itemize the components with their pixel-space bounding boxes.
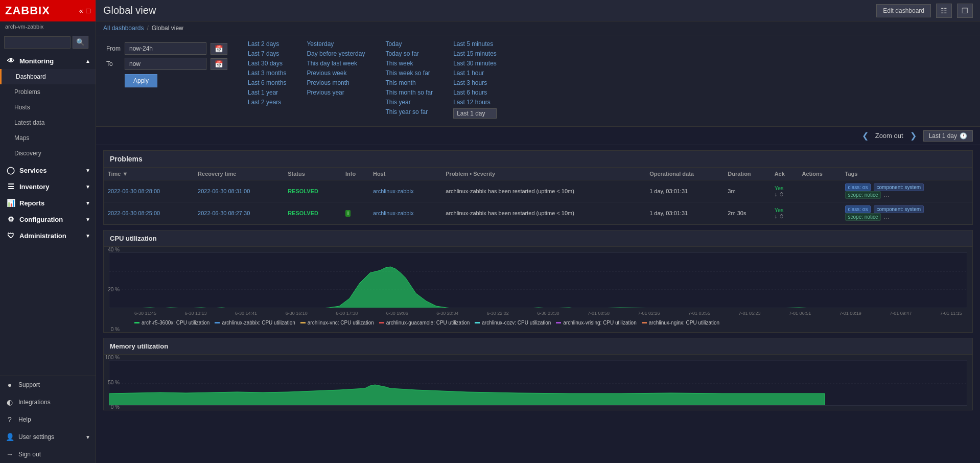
cpu-y-20: 20 % (104, 287, 120, 292)
sidebar-item-services[interactable]: ◯ Services ▼ (0, 162, 96, 178)
sidebar-item-help[interactable]: ? Help (0, 411, 96, 428)
sidebar-item-integrations[interactable]: ◐ Integrations (0, 393, 96, 411)
sidebar-item-administration[interactable]: 🛡 Administration ▼ (0, 227, 96, 244)
quick-this-week-so-far[interactable]: This week so far (385, 70, 433, 77)
from-input[interactable] (125, 42, 206, 55)
cpu-x-label-4: 6-30 17:38 (336, 311, 358, 316)
quick-last-2-days[interactable]: Last 2 days (248, 40, 286, 48)
quick-this-month[interactable]: This month (385, 79, 433, 86)
row2-ack-down-icon[interactable]: ↓ (775, 213, 778, 219)
collapse-icon[interactable]: « (79, 7, 83, 15)
dashboard-label: Dashboard (16, 73, 46, 80)
grid-view-button[interactable]: ☷ (936, 4, 952, 18)
cpu-x-labels: 6-30 11:45 6-30 13:13 6-30 14:41 6-30 16… (109, 310, 967, 318)
row2-host-link[interactable]: archlinux-zabbix (373, 210, 413, 216)
quick-links: Last 2 days Last 7 days Last 30 days Las… (248, 40, 497, 119)
quick-last-30-days[interactable]: Last 30 days (248, 60, 286, 67)
breadcrumb-all-dashboards[interactable]: All dashboards (103, 25, 144, 32)
quick-last-3-hours[interactable]: Last 3 hours (453, 79, 497, 86)
quick-this-year-so-far[interactable]: This year so far (385, 108, 433, 115)
row2-problem: archlinux-zabbix has been restarted (upt… (441, 202, 645, 224)
quick-last-1-day[interactable]: Last 1 day (453, 108, 497, 119)
sidebar-item-inventory[interactable]: ☰ Inventory ▼ (0, 178, 96, 195)
row2-tag-scope[interactable]: scope: notice (845, 213, 881, 221)
quick-previous-week[interactable]: Previous week (307, 70, 365, 77)
row1-ack-down-icon[interactable]: ↓ (775, 191, 778, 197)
row1-time-link[interactable]: 2022-06-30 08:28:00 (108, 188, 160, 194)
sidebar-item-problems[interactable]: Problems (0, 84, 96, 100)
fullscreen-button[interactable]: ❐ (957, 4, 973, 18)
row2-tag-more[interactable]: … (884, 214, 890, 220)
quick-last-12-hours[interactable]: Last 12 hours (453, 99, 497, 106)
apply-button[interactable]: Apply (125, 74, 157, 87)
from-calendar-button[interactable]: 📅 (211, 43, 227, 55)
sidebar-header-icons: « □ (79, 7, 90, 15)
row2-recovery-link[interactable]: 2022-06-30 08:27:30 (198, 210, 250, 216)
expand-icon[interactable]: □ (86, 7, 90, 15)
quick-day-before-yesterday[interactable]: Day before yesterday (307, 50, 365, 57)
sidebar-item-reports[interactable]: 📊 Reports ▼ (0, 195, 96, 211)
quick-previous-year[interactable]: Previous year (307, 89, 365, 96)
memory-chart-svg (109, 360, 967, 406)
sidebar-item-user-settings[interactable]: 👤 User settings ▼ (0, 428, 96, 446)
search-input[interactable] (4, 36, 71, 49)
row2-tag-component[interactable]: component: system (874, 205, 924, 213)
quick-this-year[interactable]: This year (385, 99, 433, 106)
row1-tag-os[interactable]: class: os (845, 183, 871, 191)
row1-tag-component[interactable]: component: system (874, 183, 924, 191)
sidebar-item-support[interactable]: ● Support (0, 376, 96, 393)
legend-label-vrising: archlinux-vrising: CPU utilization (563, 320, 636, 326)
quick-last-7-days[interactable]: Last 7 days (248, 50, 286, 57)
quick-this-day-last-week[interactable]: This day last week (307, 60, 365, 67)
row2-status: RESOLVED (284, 202, 341, 224)
zoom-prev-button[interactable]: ❮ (859, 130, 871, 142)
zoom-next-button[interactable]: ❯ (907, 130, 919, 142)
problems-table: Time ▼ Recovery time Status Info Host Pr… (104, 168, 972, 224)
quick-last-1-hour[interactable]: Last 1 hour (453, 70, 497, 77)
sidebar-item-maps[interactable]: Maps (0, 130, 96, 146)
row1-ack: Yes ↓ ⇳ (771, 180, 798, 202)
quick-last-5-min[interactable]: Last 5 minutes (453, 40, 497, 48)
row1-host: archlinux-zabbix (369, 180, 441, 202)
search-button[interactable]: 🔍 (73, 36, 88, 49)
row1-recovery-link[interactable]: 2022-06-30 08:31:00 (198, 188, 250, 194)
to-calendar-button[interactable]: 📅 (211, 58, 227, 70)
quick-last-15-min[interactable]: Last 15 minutes (453, 50, 497, 57)
legend-label-cozv: archlinux-cozv: CPU utilization (482, 320, 551, 326)
sidebar-item-monitoring[interactable]: 👁 Monitoring ▲ (0, 53, 96, 69)
row2-time-link[interactable]: 2022-06-30 08:25:00 (108, 210, 160, 216)
col-problem: Problem • Severity (441, 168, 645, 180)
quick-last-2-years[interactable]: Last 2 years (248, 99, 286, 106)
sidebar-item-latest-data[interactable]: Latest data (0, 115, 96, 130)
row2-ack-sort-icon[interactable]: ⇳ (779, 213, 784, 220)
sidebar-item-discovery[interactable]: Discovery (0, 146, 96, 161)
quick-last-6-hours[interactable]: Last 6 hours (453, 89, 497, 96)
quick-last-30-min[interactable]: Last 30 minutes (453, 60, 497, 67)
zoom-bar: ❮ Zoom out ❯ Last 1 day 🕐 (96, 127, 980, 145)
cpu-x-label-3: 6-30 16:10 (286, 311, 308, 316)
quick-last-6-months[interactable]: Last 6 months (248, 79, 286, 86)
quick-col-2: Yesterday Day before yesterday This day … (307, 40, 365, 119)
row1-tag-more[interactable]: … (884, 192, 890, 198)
administration-label: Administration (19, 232, 66, 240)
quick-yesterday[interactable]: Yesterday (307, 40, 365, 48)
row2-tag-os[interactable]: class: os (845, 205, 871, 213)
row1-host-link[interactable]: archlinux-zabbix (373, 188, 413, 194)
to-input[interactable] (125, 58, 206, 70)
sidebar-item-dashboard[interactable]: Dashboard (0, 69, 96, 84)
row1-tag-scope[interactable]: scope: notice (845, 191, 881, 199)
quick-today[interactable]: Today (385, 40, 433, 48)
quick-last-3-months[interactable]: Last 3 months (248, 70, 286, 77)
edit-dashboard-button[interactable]: Edit dashboard (876, 4, 931, 17)
sidebar-item-hosts[interactable]: Hosts (0, 100, 96, 115)
row1-ack-sort-icon[interactable]: ⇳ (779, 191, 784, 198)
quick-previous-month[interactable]: Previous month (307, 79, 365, 86)
sidebar-item-configuration[interactable]: ⚙ Configuration ▼ (0, 211, 96, 227)
services-chevron: ▼ (85, 168, 90, 173)
quick-this-month-so-far[interactable]: This month so far (385, 89, 433, 96)
quick-today-so-far[interactable]: Today so far (385, 50, 433, 57)
quick-this-week[interactable]: This week (385, 60, 433, 67)
zoom-label[interactable]: Zoom out (875, 132, 903, 140)
sidebar-item-sign-out[interactable]: → Sign out (0, 446, 96, 463)
quick-last-1-year[interactable]: Last 1 year (248, 89, 286, 96)
